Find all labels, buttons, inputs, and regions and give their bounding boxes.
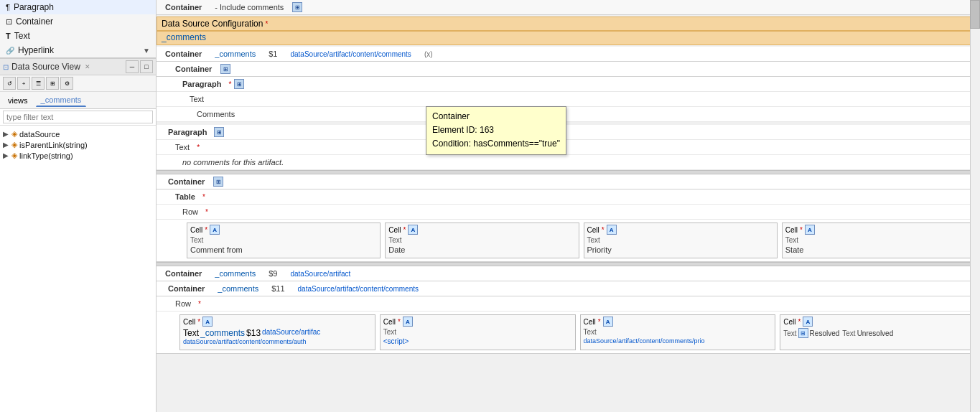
sidebar-item-container[interactable]: ⊡ Container bbox=[0, 14, 156, 29]
top-container-icon[interactable]: ⊞ bbox=[292, 2, 302, 12]
comments-label: Comments bbox=[192, 108, 239, 120]
paragraph-icon: ¶ bbox=[6, 3, 10, 11]
cell-label-2: Cell bbox=[388, 226, 401, 234]
resolved-icon[interactable]: ⊞ bbox=[798, 328, 808, 338]
cell-comment-from: Cell * A Text Comment from bbox=[187, 223, 381, 258]
sidebar-item-hyperlink[interactable]: 🔗 Hyperlink ▼ bbox=[0, 43, 156, 57]
container4-label: Container bbox=[164, 283, 209, 294]
data-cell-icon-3[interactable]: A bbox=[603, 317, 613, 327]
scrollbar-thumb[interactable] bbox=[970, 0, 980, 29]
add-btn[interactable]: + bbox=[17, 77, 30, 90]
container2-icon[interactable]: ⊞ bbox=[213, 177, 223, 187]
data-text-label-4a: Text bbox=[783, 329, 796, 337]
tree-item-isparentlink[interactable]: ▶ ◈ isParentLink(string) bbox=[3, 139, 153, 150]
paragraph-icon-2[interactable]: ⊞ bbox=[214, 127, 224, 137]
data-cell-icon-4[interactable]: A bbox=[803, 317, 813, 327]
data-cell-3: Cell * A Text dataSource/artifact/conten… bbox=[580, 314, 776, 350]
path-1: dataSource/artifact/content/comments bbox=[286, 49, 415, 60]
cell-value-1: Comment from bbox=[190, 245, 377, 254]
datasource-tree-icon: ◈ bbox=[11, 129, 17, 139]
cell-icon-4[interactable]: A bbox=[805, 225, 815, 235]
paragraph-label-2: Paragraph bbox=[164, 126, 211, 138]
data-cells-row: Cell * A Text _comments $13 dataSource/a… bbox=[157, 312, 980, 354]
isparentlink-tree-icon: ◈ bbox=[11, 140, 17, 149]
container4-row: Container _comments $11 dataSource/artif… bbox=[157, 281, 980, 296]
settings-btn[interactable]: ⚙ bbox=[60, 77, 73, 90]
sidebar-item-label: Hyperlink bbox=[18, 45, 54, 55]
cell-value-2: Date bbox=[388, 245, 575, 254]
tree-item-linktype[interactable]: ▶ ◈ linkType(string) bbox=[3, 150, 153, 161]
table-row-header: Table * bbox=[157, 189, 980, 205]
data-cell-label-3: Cell bbox=[584, 318, 596, 326]
top-container-row: Container - Include comments ⊞ bbox=[157, 0, 980, 15]
sidebar-item-label: Container bbox=[16, 17, 53, 27]
comments-container-row: Container _comments $1 dataSource/artifa… bbox=[157, 47, 980, 62]
container2-label: Container bbox=[164, 176, 209, 187]
data-cell-label-4: Cell bbox=[783, 318, 795, 326]
tooltip-element-id: Element ID: 163 bbox=[432, 123, 560, 137]
comments-text-row: Comments bbox=[157, 107, 980, 122]
container3-dollar: $9 bbox=[264, 268, 281, 279]
cell-icon-1[interactable]: A bbox=[210, 225, 220, 235]
no-comments-text: no comments for this artifact. bbox=[178, 156, 288, 168]
data-cell-label-2: Cell bbox=[383, 318, 396, 326]
data-value-4a: Resolved bbox=[810, 329, 840, 337]
sidebar-item-text[interactable]: T Text bbox=[0, 29, 156, 43]
datasource-toolbar: ↺ + ☰ ⊞ ⚙ bbox=[0, 75, 156, 92]
tab-comments[interactable]: _comments bbox=[36, 93, 87, 107]
cell-date: Cell * A Text Date bbox=[385, 223, 579, 258]
row2-header: Row * bbox=[157, 296, 980, 312]
tooltip-condition: Condition: hasComments=="true" bbox=[432, 137, 560, 151]
container2-row: Container ⊞ bbox=[157, 174, 980, 189]
container-label-1: Container bbox=[161, 48, 206, 60]
sidebar-item-label: Paragraph bbox=[14, 2, 54, 12]
data-cell-icon-1[interactable]: A bbox=[202, 317, 213, 327]
cell-value-3: Priority bbox=[587, 245, 774, 254]
datasource-config-title: Data Source Configuration bbox=[162, 19, 263, 29]
inner-container-label: Container bbox=[171, 63, 216, 75]
cell-icon-2[interactable]: A bbox=[408, 225, 418, 235]
filter-input[interactable] bbox=[3, 111, 153, 123]
table-label: Table bbox=[171, 191, 200, 202]
row2-label: Row bbox=[171, 298, 195, 309]
minimize-btn[interactable]: ─ bbox=[126, 60, 139, 73]
container-icon: ⊡ bbox=[6, 17, 12, 27]
cell-icon-3[interactable]: A bbox=[607, 225, 617, 235]
tree-label: dataSource bbox=[19, 130, 60, 139]
top-container-dash: - Include comments bbox=[210, 1, 288, 13]
cell-label-1: Cell bbox=[190, 226, 202, 234]
list-btn[interactable]: ☰ bbox=[32, 77, 45, 90]
refresh-btn[interactable]: ↺ bbox=[3, 77, 16, 90]
paren-1: (x) bbox=[420, 49, 437, 60]
top-container-label: Container bbox=[161, 1, 206, 13]
tree-item-datasource[interactable]: ▶ ◈ dataSource bbox=[3, 128, 153, 139]
data-text-label-2: Text bbox=[383, 328, 572, 336]
paragraph-icon-1[interactable]: ⊞ bbox=[234, 79, 244, 89]
container4-path: dataSource/artifact/content/comments bbox=[294, 284, 423, 294]
paragraph-label-1: Paragraph bbox=[178, 78, 225, 90]
tree-label: isParentLink(string) bbox=[19, 141, 88, 149]
data-cell-icon-2[interactable]: A bbox=[403, 317, 413, 327]
comments-binding: _comments bbox=[162, 32, 206, 42]
sidebar-item-label: Text bbox=[14, 31, 30, 41]
data-cell-4: Cell * A Text ⊞ Resolved Text Unresolved bbox=[780, 314, 976, 350]
sidebar-item-paragraph[interactable]: ¶ Paragraph bbox=[0, 0, 156, 14]
inner-container-row: Container ⊞ bbox=[157, 62, 980, 77]
no-comments-row: no comments for this artifact. bbox=[157, 155, 980, 170]
datasource-icon: ⊡ bbox=[3, 63, 9, 71]
maximize-btn[interactable]: □ bbox=[140, 60, 153, 73]
tab-views[interactable]: views bbox=[3, 94, 33, 107]
tree-area: ▶ ◈ dataSource ▶ ◈ isParentLink(string) … bbox=[0, 126, 156, 412]
container4-binding: _comments bbox=[213, 283, 263, 294]
data-binding-1: _comments bbox=[200, 328, 245, 338]
data-dollar-1: $13 bbox=[246, 328, 261, 338]
grid-btn[interactable]: ⊞ bbox=[46, 77, 59, 90]
data-text-label-4b: Text bbox=[842, 329, 855, 337]
data-cell-content-1: Text _comments $13 dataSource/artifac bbox=[183, 328, 372, 338]
container3-path: dataSource/artifact bbox=[286, 268, 355, 279]
tooltip-title: Container bbox=[432, 110, 560, 123]
cell-text-label-4: Text bbox=[785, 236, 972, 244]
data-text-label-3: Text bbox=[584, 328, 773, 336]
inner-container-icon[interactable]: ⊞ bbox=[220, 64, 230, 74]
data-cell-2: Cell * A Text <script> bbox=[380, 314, 576, 350]
